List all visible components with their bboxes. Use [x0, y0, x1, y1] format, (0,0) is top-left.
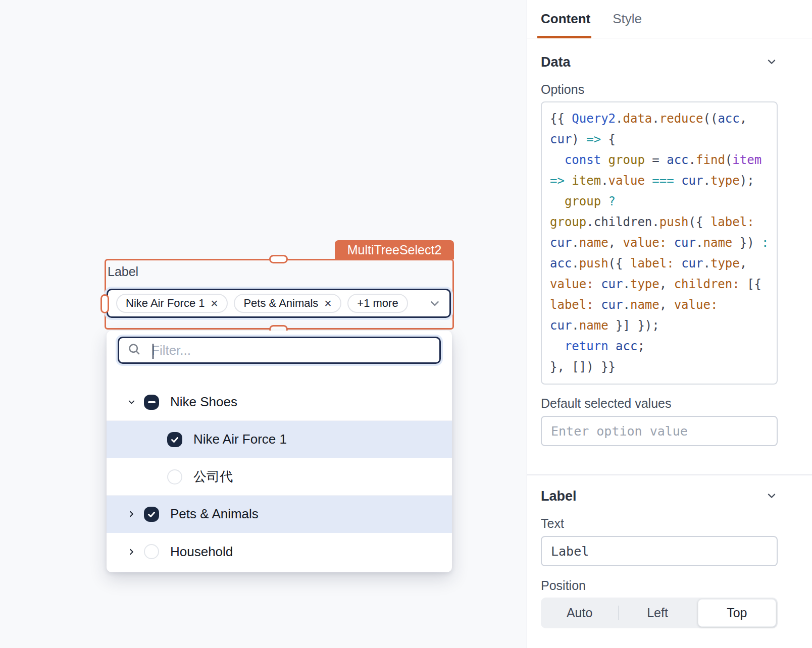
options-tree: Nike ShoesNike Air Force 1公司代Pets & Anim…: [107, 384, 452, 570]
code-line: acc.push({ label: cur.type,: [550, 253, 769, 274]
label-text-input[interactable]: [541, 536, 778, 566]
filter-input[interactable]: [151, 343, 431, 358]
position-segmented-control: AutoLeftTop: [541, 598, 778, 628]
chevron-right-icon[interactable]: [126, 547, 137, 557]
checkbox-checked[interactable]: [144, 507, 159, 522]
code-line: return acc;: [550, 336, 769, 357]
chevron-down-icon[interactable]: [428, 297, 441, 310]
multitreeselect-dropdown: Nike ShoesNike Air Force 1公司代Pets & Anim…: [107, 331, 452, 572]
code-line: cur) => {: [550, 129, 769, 150]
tree-option-label: Household: [170, 544, 233, 560]
tree-option-label: Nike Shoes: [170, 394, 237, 410]
position-label: Position: [541, 578, 778, 593]
tab-content[interactable]: Content: [541, 11, 590, 27]
position-option-top[interactable]: Top: [698, 599, 776, 627]
text-label: Text: [541, 516, 778, 531]
chip-label: +1 more: [357, 297, 398, 310]
selected-chips: Nike Air Force 1✕Pets & Animals✕+1 more: [116, 294, 408, 313]
code-line: }, []) }}: [550, 357, 769, 377]
checkbox-indeterminate[interactable]: [144, 395, 159, 410]
default-selected-values-label: Default selected values: [541, 396, 778, 411]
position-option-auto[interactable]: Auto: [541, 598, 618, 628]
code-line: label: cur.name, value:: [550, 295, 769, 315]
resize-handle-left[interactable]: [100, 294, 109, 313]
chevron-down-icon[interactable]: [766, 56, 778, 70]
data-section-title: Data: [541, 55, 571, 70]
checkbox-checked[interactable]: [167, 432, 182, 447]
label-section-header[interactable]: Label: [541, 489, 778, 504]
chevron-right-icon[interactable]: [126, 509, 137, 519]
data-section: Data Options {{ Query2.data.reduce((acc,…: [527, 55, 812, 446]
checkbox-unchecked[interactable]: [167, 469, 182, 484]
remove-chip-icon[interactable]: ✕: [324, 299, 332, 308]
resize-handle-top[interactable]: [269, 255, 288, 263]
inspector-panel: Content Style Data Options {{ Query2.dat…: [527, 0, 812, 648]
code-line: group ?: [550, 191, 769, 212]
selected-option-chip[interactable]: Pets & Animals✕: [234, 294, 341, 313]
selected-option-chip[interactable]: +1 more: [347, 294, 408, 313]
tree-option-row[interactable]: Household: [107, 533, 452, 570]
multitreeselect-input[interactable]: Nike Air Force 1✕Pets & Animals✕+1 more: [107, 289, 451, 318]
remove-chip-icon[interactable]: ✕: [211, 299, 219, 308]
active-tab-underline: [537, 36, 591, 38]
tree-option-label: Pets & Animals: [170, 506, 259, 522]
chip-label: Nike Air Force 1: [126, 297, 205, 310]
label-section: Label Text Position AutoLeftTop: [527, 489, 812, 628]
label-section-title: Label: [541, 489, 577, 504]
tree-option-row[interactable]: Pets & Animals: [107, 496, 452, 533]
options-label: Options: [541, 82, 778, 97]
search-icon: [127, 342, 141, 358]
selected-option-chip[interactable]: Nike Air Force 1✕: [116, 294, 228, 313]
chevron-down-icon[interactable]: [766, 490, 778, 504]
section-divider: [527, 474, 812, 475]
text-cursor: [153, 344, 154, 359]
tree-option-row[interactable]: Nike Air Force 1: [107, 421, 452, 458]
tree-option-label: Nike Air Force 1: [193, 431, 287, 447]
code-line: {{ Query2.data.reduce((acc,: [550, 109, 769, 129]
tree-option-label: 公司代: [193, 468, 233, 485]
editor-canvas[interactable]: MultiTreeSelect2 Label Nike Air Force 1✕…: [0, 0, 527, 648]
code-line: const group = acc.find(item: [550, 150, 769, 171]
code-line: value: cur.type, children: [{: [550, 274, 769, 295]
tree-option-row[interactable]: 公司代: [107, 458, 452, 496]
tab-style[interactable]: Style: [613, 11, 642, 27]
position-option-left[interactable]: Left: [619, 598, 696, 628]
default-selected-values-input[interactable]: [541, 416, 778, 446]
code-line: group.children.push({ label:: [550, 212, 769, 233]
code-line: => item.value === cur.type);: [550, 171, 769, 191]
data-section-header[interactable]: Data: [541, 55, 778, 70]
code-line: cur.name, value: cur.name }) :: [550, 233, 769, 253]
code-line: cur.name }] });: [550, 315, 769, 336]
options-code-editor[interactable]: {{ Query2.data.reduce((acc,cur) => { con…: [541, 101, 778, 385]
checkbox-unchecked[interactable]: [144, 544, 159, 559]
chevron-down-icon[interactable]: [126, 397, 137, 407]
widget-name-badge[interactable]: MultiTreeSelect2: [335, 240, 454, 259]
tree-option-row[interactable]: Nike Shoes: [107, 384, 452, 421]
widget-label: Label: [108, 264, 138, 279]
filter-field[interactable]: [118, 337, 441, 364]
chip-label: Pets & Animals: [243, 297, 318, 310]
inspector-tabs: Content Style: [527, 0, 812, 38]
